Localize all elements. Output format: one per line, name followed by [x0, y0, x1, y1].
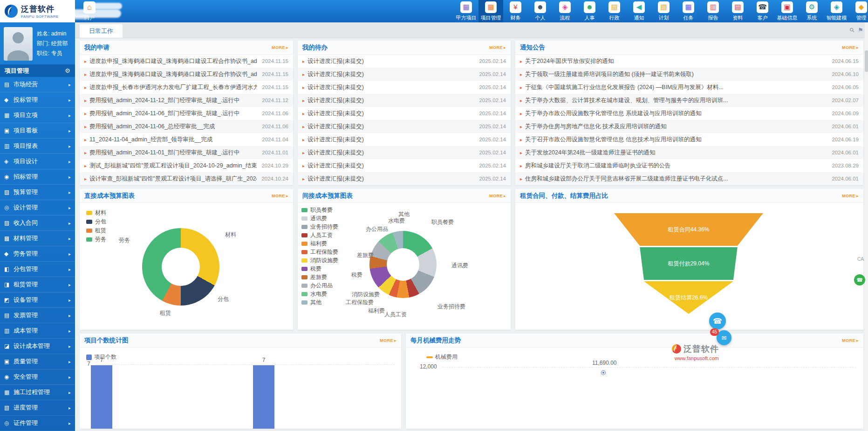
list-item[interactable]: ▸ 关于举办市政公用设施数字化管理信息 系统建设与应用培训班的通知 2024.0… [515, 107, 863, 120]
sidebar-menu-item[interactable]: ▣ 项目看板 ▸ [0, 123, 75, 139]
legend-item[interactable]: 人员工资 [301, 231, 338, 239]
gear-icon[interactable]: ⚙ [65, 67, 70, 74]
legend-item[interactable]: 材料 [86, 209, 106, 217]
donut-chart[interactable] [142, 228, 219, 306]
sidebar-menu-item[interactable]: ◉ 安全管理 ▸ [0, 369, 75, 385]
legend-item[interactable]: 消防设施费 [301, 256, 338, 264]
sidebar-menu-item[interactable]: ▥ 项目报表 ▸ [0, 139, 75, 154]
list-item[interactable]: ▸ 设计进度汇报(未提交) 2025.02.14 [298, 68, 511, 81]
more-button[interactable]: MORE▸ [272, 194, 288, 198]
list-item[interactable]: ▸ 设计进度汇报(未提交) 2025.02.14 [298, 107, 511, 120]
sidebar-menu-item[interactable]: ◨ 租赁管理 ▸ [0, 277, 75, 292]
list-item[interactable]: ▸ 费用报销_admin_2024-11-06_部门经理审批_胡建_.运行中 2… [80, 107, 293, 120]
legend-item[interactable]: 租赁 [86, 226, 106, 235]
chart-legend[interactable]: 机械费用 [426, 353, 458, 361]
sidebar-menu-item[interactable]: ▧ 预算管理 ▸ [0, 185, 75, 200]
top-nav-item[interactable]: ⚙ 系统 [800, 0, 824, 22]
funnel-segment[interactable]: 租赁付款29.04% [614, 247, 763, 280]
top-nav-item[interactable]: ▧ 计划 [651, 0, 676, 22]
list-item[interactable]: ▸ 测试_彭祖新城"四馆"景观工程设计项目_2024-10-29_admin_结… [80, 159, 293, 172]
key-icon[interactable]: ⚲ [848, 26, 856, 34]
top-nav-item[interactable]: ◆ 管理 [849, 0, 868, 22]
sidebar-menu-item[interactable]: ◎ 设计管理 ▸ [0, 200, 75, 216]
donut-chart[interactable] [369, 231, 437, 298]
sidebar-menu-item[interactable]: ◈ 项目设计 ▸ [0, 154, 75, 169]
list-item[interactable]: ▸ 关于举办住房与房地产信息化 技术及应用培训班的通知 2024.06.01 [515, 120, 863, 133]
nav-item-portal[interactable]: ⌂ 门户 [79, 0, 100, 22]
more-button[interactable]: MORE▸ [272, 45, 288, 50]
list-item[interactable]: ▸ 设计进度汇报(未提交) 2025.02.14 [298, 133, 511, 146]
legend-item[interactable]: 劳务 [86, 235, 106, 244]
list-item[interactable]: ▸ 关于2024年国庆节放假安排的通知 2024.06.15 [515, 55, 863, 68]
top-nav-item[interactable]: ☻ 个人 [528, 0, 553, 22]
top-nav-item[interactable]: ◀ 通知 [627, 0, 651, 22]
legend-item[interactable]: 其他 [301, 298, 338, 306]
top-nav-item[interactable]: ▦ 甲方项目 [454, 0, 478, 22]
more-button[interactable]: MORE▸ [380, 338, 396, 343]
list-item[interactable]: ▸ 关于发放2024年第24批一级建造师注册证书的通知 2024.06.01 [515, 146, 863, 159]
top-nav-item[interactable]: ◈ 流程 [553, 0, 577, 22]
legend-item[interactable]: 福利费 [301, 239, 338, 248]
list-item[interactable]: ▸ 关于召开市政公用设施智慧化管理信息 信息技术与应用培训班的通知 2024.0… [515, 133, 863, 146]
legend-item[interactable]: 税费 [301, 264, 338, 273]
sidebar-menu-item[interactable]: ▦ 施工过程管理 ▸ [0, 385, 75, 400]
list-item[interactable]: ▸ 于征集《中国建筑施工行业信息化发展报告 (2024) —BIM应用与发展》材… [515, 81, 863, 94]
legend-item[interactable]: 分包 [86, 217, 106, 226]
sidebar-menu-item[interactable]: ◎ 证件管理 ▸ [0, 416, 75, 431]
more-button[interactable]: MORE▸ [842, 45, 859, 50]
customer-service-button[interactable]: ☎ [709, 313, 726, 329]
sidebar-menu-item[interactable]: ▣ 质量管理 ▸ [0, 354, 75, 369]
funnel-segment[interactable]: 租赁结算26.6% [614, 281, 763, 314]
legend-item[interactable]: 业务招待费 [301, 222, 338, 231]
list-item[interactable]: ▸ 设计进度汇报(未提交) 2025.02.14 [298, 146, 511, 159]
sidebar-menu-item[interactable]: ▩ 材料管理 ▸ [0, 231, 75, 246]
list-item[interactable]: ▸ 11_2024-11-04_admin_经营部_领导审批__完成 2024.… [80, 133, 293, 146]
user-avatar[interactable] [4, 27, 33, 61]
sidebar-menu-item[interactable]: ◧ 分包管理 ▸ [0, 262, 75, 277]
sidebar-menu-item[interactable]: ▨ 收入合同 ▸ [0, 216, 75, 231]
legend-item[interactable]: 通讯费 [301, 214, 338, 222]
legend-item[interactable]: 水电费 [301, 290, 338, 298]
scrollbar-thumb[interactable] [865, 50, 868, 72]
sidebar-menu-item[interactable]: ◪ 设计成本管理 ▸ [0, 339, 75, 354]
bar[interactable] [253, 365, 274, 429]
sidebar-menu-item[interactable]: ◉ 招标管理 ▸ [0, 169, 75, 185]
list-item[interactable]: ▸ 关于举办大数据、云计算技术在城市建设、规划、管理与服务中的应用培训班... … [515, 94, 863, 107]
top-nav-item[interactable]: ¥ 财务 [503, 0, 528, 22]
list-item[interactable]: ▸ 设计审查_彭祖新城"四馆"景观工程设计项目_请选择_胡广生_2024-10-… [80, 172, 293, 185]
more-button[interactable]: MORE▸ [842, 194, 859, 198]
more-button[interactable]: MORE▸ [489, 45, 506, 50]
sidebar-menu-item[interactable]: ◩ 设备管理 ▸ [0, 292, 75, 308]
list-item[interactable]: ▸ 设计进度汇报(未提交) 2025.02.14 [298, 55, 511, 68]
top-nav-item[interactable]: ▣ 基础信息 [775, 0, 800, 22]
sidebar-module-header[interactable]: 项目管理 ⚙ [0, 64, 75, 77]
sidebar-menu-item[interactable]: ▤ 发票管理 ▸ [0, 308, 75, 323]
legend-item[interactable]: 职员餐费 [301, 206, 338, 214]
legend-item[interactable]: 工程保险费 [301, 248, 338, 256]
data-point[interactable] [601, 371, 605, 375]
top-nav-item[interactable]: ◈ 智能建模 [824, 0, 849, 22]
top-nav-item[interactable]: ▦ 项目管理 [478, 0, 503, 22]
side-tab-ca[interactable]: CA [857, 257, 864, 262]
top-nav-item[interactable]: ☻ 人事 [577, 0, 602, 22]
funnel-segment[interactable]: 租赁合同44.36% [614, 213, 763, 246]
list-item[interactable]: ▸ 住房和城乡建设部办公厅关于同意吉林省开展二级建造师注册证书电子化试点... … [515, 172, 863, 185]
list-item[interactable]: ▸ 设计进度汇报(未提交) 2025.02.14 [298, 120, 511, 133]
top-nav-item[interactable]: ▦ 任务 [676, 0, 701, 22]
list-item[interactable]: ▸ 房和城乡建设厅关于取消二级建造师临时执业证书的公告 2023.08.29 [515, 159, 863, 172]
sidebar-menu-item[interactable]: ▧ 进度管理 ▸ [0, 400, 75, 416]
legend-item[interactable]: 差旅费 [301, 273, 338, 281]
list-item[interactable]: ▸ 设计进度汇报(未提交) 2025.02.14 [298, 172, 511, 185]
scrollbar-track[interactable] [865, 22, 868, 431]
sidebar-menu-item[interactable]: ▤ 市场经营 ▸ [0, 77, 75, 92]
more-button[interactable]: MORE▸ [489, 194, 506, 198]
list-item[interactable]: ▸ 关于领取一级注册建造师培训项目的通知 (须持一建证书前来领取) 2024.0… [515, 68, 863, 81]
list-item[interactable]: ▸ 费用报销_admin_2024-11-06_总经理审批__完成 2024.1… [80, 120, 293, 133]
notification-badge[interactable]: 45 [710, 328, 719, 336]
sidebar-menu-item[interactable]: ◆ 劳务管理 ▸ [0, 246, 75, 262]
list-item[interactable]: ▸ 费用报销_admin_2024-11-12_部门经理审批_胡建_.运行中 2… [80, 94, 293, 107]
legend-item[interactable]: 办公用品 [301, 281, 338, 290]
phone-button[interactable]: ☎ [854, 274, 865, 285]
top-nav-item[interactable]: ☎ 客户 [750, 0, 775, 22]
sidebar-menu-item[interactable]: ▥ 成本管理 ▸ [0, 323, 75, 339]
